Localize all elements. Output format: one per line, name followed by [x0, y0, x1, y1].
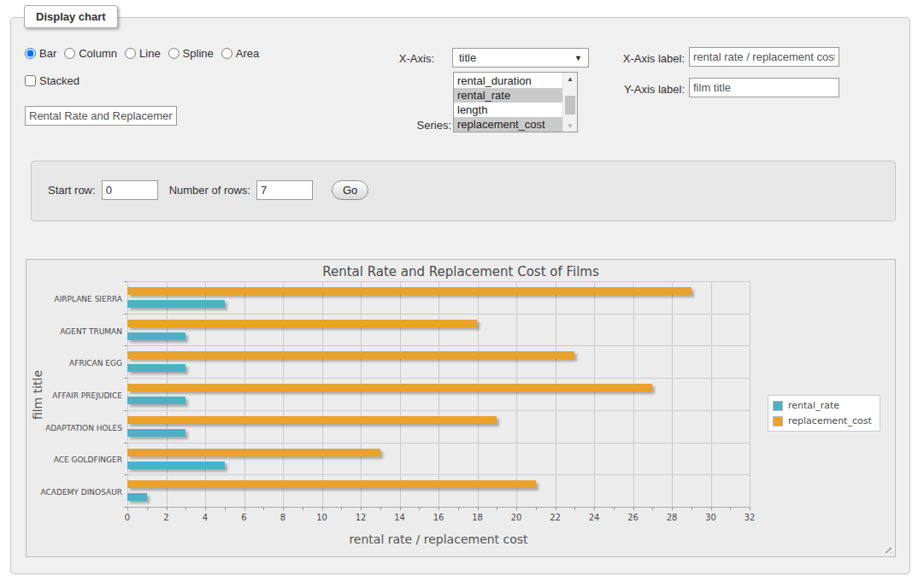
go-button[interactable]: Go [332, 180, 368, 200]
chart-type-option-spline[interactable]: Spline [168, 47, 214, 60]
scrollbar-thumb[interactable] [565, 96, 575, 115]
chart-type-radio-bar[interactable] [25, 48, 36, 59]
x-axis-tick [692, 507, 692, 510]
bar-replacement_cost [127, 320, 477, 327]
stacked-checkbox[interactable] [25, 75, 36, 86]
gridline-horizontal [127, 443, 750, 444]
y-axis-tick [124, 345, 127, 346]
chart-title: Rental Rate and Replacement Cost of Film… [26, 264, 895, 279]
x-tick-label: 0 [125, 513, 130, 522]
x-axis-tick [574, 507, 575, 510]
bar-rental_rate [127, 493, 147, 501]
scroll-up-icon[interactable]: ▲ [563, 73, 577, 85]
x-axis-tick [341, 507, 342, 510]
chart-x-axis-title: rental rate / replacement cost [127, 532, 750, 546]
chart-type-group: BarColumnLineSplineArea [25, 47, 259, 60]
chart-title-input[interactable] [25, 106, 177, 126]
legend-item-rental_rate: rental_rate [773, 400, 872, 411]
x-axis-tick [516, 507, 517, 510]
gridline-horizontal [127, 281, 750, 282]
x-axis-tick [244, 507, 245, 510]
bar-rental_rate [127, 300, 225, 308]
x-axis-select-label: X-Axis: [376, 52, 434, 65]
chart-type-option-column[interactable]: Column [64, 47, 117, 60]
bar-rental_rate [127, 397, 185, 404]
x-axis-label-input[interactable] [689, 47, 839, 67]
gridline-horizontal [127, 378, 750, 379]
chart-legend: rental_ratereplacement_cost [768, 395, 880, 432]
x-tick-label: 12 [356, 513, 367, 522]
chart-panel: Rental Rate and Replacement Cost of Film… [26, 259, 896, 557]
gridline-horizontal [127, 314, 750, 315]
category-label: ACADEMY DINOSAUR [20, 488, 122, 497]
x-tick-label: 8 [280, 513, 285, 522]
x-axis-tick [478, 507, 479, 510]
y-axis-label-input[interactable] [689, 78, 839, 97]
x-tick-label: 28 [667, 513, 678, 522]
gridline-horizontal [127, 474, 750, 475]
x-axis-tick [497, 507, 497, 510]
x-axis-tick [536, 507, 537, 510]
x-axis-tick [711, 507, 712, 510]
x-axis-tick [322, 507, 323, 510]
gridline-horizontal [127, 410, 750, 411]
start-row-input[interactable] [102, 180, 158, 200]
x-tick-label: 6 [241, 513, 246, 522]
x-axis-tick [263, 507, 264, 510]
x-axis-tick [730, 507, 731, 510]
gridline-vertical [127, 281, 128, 507]
series-listbox[interactable]: rental_durationrental_ratelengthreplacem… [453, 72, 578, 132]
y-axis-label-field-label: Y-Axis label: [607, 83, 685, 96]
series-option-replacement_cost[interactable]: replacement_cost [454, 117, 562, 132]
x-axis-select[interactable]: title ▼ [452, 48, 589, 68]
resize-handle-icon[interactable] [882, 544, 892, 553]
legend-label: rental_rate [788, 400, 839, 411]
category-label: AFFAIR PREJUDICE [20, 391, 122, 400]
x-axis-tick [419, 507, 420, 510]
chart-type-option-line[interactable]: Line [125, 47, 161, 60]
category-label: ADAPTATION HOLES [20, 424, 122, 432]
legend-swatch-icon [773, 401, 783, 411]
gridline-vertical [400, 281, 401, 507]
row-range-controls: Start row: Number of rows: Go [48, 180, 368, 200]
chart-type-label: Column [79, 47, 117, 60]
series-options: rental_durationrental_ratelengthreplacem… [454, 73, 562, 132]
x-tick-label: 24 [589, 513, 600, 522]
gridline-vertical [438, 281, 439, 507]
stacked-option[interactable]: Stacked [25, 74, 79, 87]
series-option-length[interactable]: length [454, 103, 562, 117]
gridline-vertical [516, 281, 517, 507]
stacked-row: Stacked [25, 74, 79, 87]
gridline-horizontal [127, 345, 750, 346]
num-rows-input[interactable] [256, 180, 313, 200]
chart-type-label: Area [236, 47, 259, 60]
x-axis-label-field-label: X-Axis label: [607, 52, 685, 65]
series-scrollbar[interactable]: ▲ ▼ [562, 73, 577, 132]
x-axis-tick [361, 507, 362, 510]
row-range-panel: Start row: Number of rows: Go [31, 161, 896, 221]
gridline-vertical [244, 281, 245, 507]
scroll-down-icon[interactable]: ▼ [563, 120, 577, 132]
chart-type-radio-area[interactable] [221, 48, 232, 59]
legend-label: replacement_cost [788, 415, 872, 426]
x-axis-tick [205, 507, 206, 510]
chart-type-option-bar[interactable]: Bar [25, 47, 56, 60]
chart-type-option-area[interactable]: Area [221, 47, 259, 60]
series-option-rental_duration[interactable]: rental_duration [454, 73, 562, 88]
series-option-rental_rate[interactable]: rental_rate [454, 88, 562, 103]
chart-type-radio-spline[interactable] [168, 48, 180, 59]
bar-rental_rate [127, 461, 225, 469]
y-axis-tick [124, 474, 127, 475]
bar-replacement_cost [127, 480, 536, 488]
x-tick-label: 26 [627, 513, 639, 522]
dropdown-arrow-icon: ▼ [574, 54, 582, 62]
bar-replacement_cost [127, 351, 574, 359]
gridline-vertical [205, 281, 206, 507]
gridline-vertical [167, 281, 168, 507]
y-axis-tick [124, 507, 127, 508]
chart-type-radio-line[interactable] [125, 48, 136, 59]
gridline-vertical [711, 281, 712, 507]
x-axis-tick [556, 507, 556, 510]
chart-type-radio-column[interactable] [64, 48, 75, 59]
y-axis-tick [124, 314, 127, 315]
